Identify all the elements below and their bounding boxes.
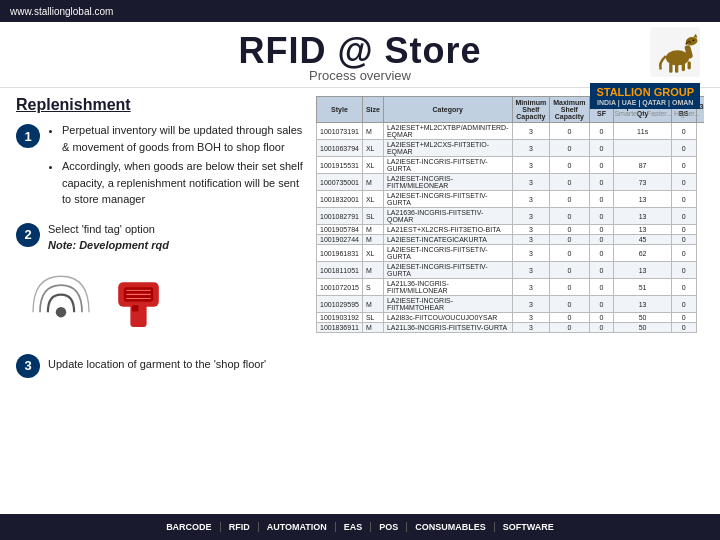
table-cell: 1001903192: [317, 313, 363, 323]
table-cell: LA21636-INCGRIS-FIITSETIV-QOMAR: [383, 208, 512, 225]
table-cell: 0: [550, 279, 589, 296]
step-2-main: Select 'find tag' option: [48, 221, 169, 238]
table-cell: 0: [550, 313, 589, 323]
table-cell: 0: [671, 262, 696, 279]
table-cell: 0: [589, 123, 614, 140]
table-cell: 0: [589, 279, 614, 296]
table-cell: 62: [614, 245, 671, 262]
table-cell: 0: [671, 296, 696, 313]
stallion-badge: STALLION GROUP INDIA | UAE | QATAR | OMA…: [590, 83, 700, 109]
table-row: 1001905784MLA21EST+XL2CRS-FIIT3ETIO-BITA…: [317, 225, 705, 235]
table-row: 1000735001MLA2IESET-INCGRIS-FIITM/MILEON…: [317, 174, 705, 191]
step-1-number: 1: [16, 124, 40, 148]
table-cell: 11s: [614, 123, 671, 140]
table-cell: SL: [362, 313, 383, 323]
table-cell: 1001811051: [317, 262, 363, 279]
table-cell: 0: [589, 296, 614, 313]
table-cell: 1001915531: [317, 157, 363, 174]
table-cell: 1001832001: [317, 191, 363, 208]
step-3-number: 3: [16, 354, 40, 378]
icons-area: [16, 264, 306, 334]
right-panel: Style Size Category Minimum Shelf Capaci…: [316, 96, 704, 490]
page-title: RFID @ Store: [238, 30, 481, 72]
table-cell: LA21L36-INCGRIS-FIITM/MILLONEAR: [383, 279, 512, 296]
table-cell: 51: [614, 279, 671, 296]
table-cell: 3: [512, 262, 550, 279]
table-cell: 0: [671, 245, 696, 262]
steps-container: 1 Perpetual inventory will be updated th…: [16, 122, 306, 378]
table-cell: LA2IESET-INCGRIS-FIITM/MILEONEAR: [383, 174, 512, 191]
step-1-bullet-1: Perpetual inventory will be updated thro…: [62, 122, 306, 155]
table-cell: 3: [512, 191, 550, 208]
table-cell: LA2IESET-INCGRIS-FIITSETIV-GURTA: [383, 191, 512, 208]
table-cell: 1001836911: [317, 323, 363, 333]
table-cell: 0: [589, 313, 614, 323]
table-cell: 13: [614, 262, 671, 279]
table-cell: 3: [512, 208, 550, 225]
footer-item-barcode: BARCODE: [158, 522, 221, 532]
table-row: 1001902744MLA2IESET-INCATEGICAKURTA30045…: [317, 235, 705, 245]
rfid-signal-icon: [26, 264, 96, 334]
table-row: 1001832001XLLA2IESET-INCGRIS-FIITSETIV-G…: [317, 191, 705, 208]
table-cell: 0: [550, 296, 589, 313]
table-cell: [614, 140, 671, 157]
table-cell: S: [362, 279, 383, 296]
table-cell: M: [362, 262, 383, 279]
step-3-row: 3 Update location of garment to the 'sho…: [16, 352, 306, 378]
table-cell: 0: [671, 123, 696, 140]
table-cell: 3: [512, 245, 550, 262]
table-row: 1001836911MLA21L36-INCGRIS-FIITSETIV-GUR…: [317, 323, 705, 333]
table-cell: 0: [550, 245, 589, 262]
table-cell: LA2IESET-INCGRIS-FIITM4MTOHEAR: [383, 296, 512, 313]
table-row: 1001073191MLA2IESET+ML2CXTBP/ADMINITERD-…: [317, 123, 705, 140]
table-cell: XL: [362, 245, 383, 262]
footer: BARCODERFIDAUTOMATIONEASPOSCONSUMABLESSO…: [0, 514, 720, 540]
table-cell: 0: [589, 225, 614, 235]
table-cell: 0: [550, 157, 589, 174]
url-text: www.stallionglobal.com: [10, 6, 113, 17]
table-cell: 0: [671, 174, 696, 191]
svg-rect-6: [675, 63, 678, 73]
table-cell: LA21EST+XL2CRS-FIIT3ETIO-BITA: [383, 225, 512, 235]
table-cell: XL: [362, 157, 383, 174]
table-cell: LA21L36-INCGRIS-FIITSETIV-GURTA: [383, 323, 512, 333]
col-header-style: Style: [317, 97, 363, 123]
table-cell: 1001902744: [317, 235, 363, 245]
table-cell: LA2IESET-INCGRIS-FIITSETIV-GURTA: [383, 245, 512, 262]
table-cell: 3: [512, 140, 550, 157]
table-cell: 0: [589, 191, 614, 208]
table-cell: LA2IESET-INCGRIS-FIITSETIV-GURTA: [383, 262, 512, 279]
step-2-row: 2 Select 'find tag' option Note: Develop…: [16, 221, 306, 334]
table-cell: 1001082791: [317, 208, 363, 225]
table-cell: 3: [512, 296, 550, 313]
table-cell: M: [362, 296, 383, 313]
col-header-size: Size: [362, 97, 383, 123]
table-cell: 0: [550, 140, 589, 157]
step-2-number: 2: [16, 223, 40, 247]
table-cell: 0: [671, 313, 696, 323]
table-cell: 13: [614, 225, 671, 235]
table-row: 1001072015SLA21L36-INCGRIS-FIITM/MILLONE…: [317, 279, 705, 296]
table-cell: LA2I83c-FIITCOU/OUCUJO0YSAR: [383, 313, 512, 323]
table-cell: 0: [671, 208, 696, 225]
col-header-category: Category: [383, 97, 512, 123]
table-cell: 0: [671, 235, 696, 245]
section-title: Replenishment: [16, 96, 306, 114]
step-2-text: Select 'find tag' option Note: Developme…: [48, 221, 169, 254]
table-row: 1001915531XLLA2IESET-INCGRIS-FIITSETIV-G…: [317, 157, 705, 174]
table-cell: 0: [671, 191, 696, 208]
table-cell: 0: [671, 279, 696, 296]
svg-point-9: [693, 40, 695, 42]
top-bar: www.stallionglobal.com: [0, 0, 720, 22]
footer-item-software: SOFTWARE: [495, 522, 562, 532]
svg-point-10: [56, 306, 67, 317]
table-cell: 13: [614, 296, 671, 313]
table-cell: 0: [550, 191, 589, 208]
inventory-table: Style Size Category Minimum Shelf Capaci…: [316, 96, 704, 333]
table-cell: 50: [614, 323, 671, 333]
table-cell: 0: [550, 235, 589, 245]
table-cell: SL: [362, 208, 383, 225]
svg-rect-8: [688, 61, 691, 69]
table-cell: 0: [671, 323, 696, 333]
table-cell: 45: [614, 235, 671, 245]
